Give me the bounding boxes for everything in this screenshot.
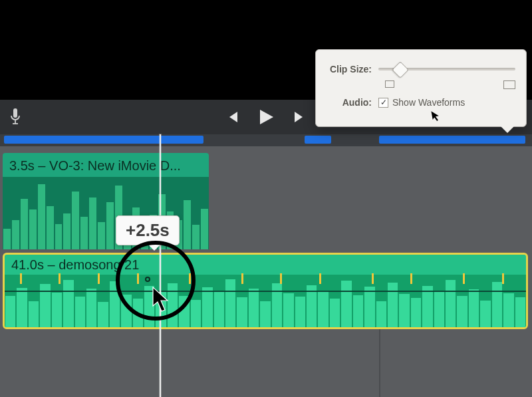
microphone-icon[interactable] <box>9 108 21 129</box>
cursor-icon <box>152 286 170 315</box>
timeline-settings-popover: Clip Size: Audio: ✓ Show Waveforms <box>315 49 527 127</box>
show-waveforms-checkbox[interactable]: ✓ <box>378 98 388 108</box>
volume-line[interactable] <box>5 291 526 292</box>
timeline[interactable]: 3.5s – VO-3: New iMovie D... 41.0s – dem… <box>0 134 532 397</box>
video-clip[interactable] <box>4 136 203 144</box>
size-large-icon <box>503 80 515 89</box>
drag-offset-tooltip: +2.5s <box>116 215 180 245</box>
tooltip-value: +2.5s <box>126 220 170 240</box>
show-waveforms-label: Show Waveforms <box>392 97 465 108</box>
svg-rect-0 <box>13 108 17 118</box>
audio-clip-music[interactable]: 41.0s – demosong 21 <box>3 253 528 329</box>
size-small-icon <box>385 80 394 88</box>
clip-size-label: Clip Size: <box>327 64 378 74</box>
video-clip[interactable] <box>305 136 331 144</box>
skip-back-icon[interactable] <box>224 110 239 124</box>
slider-thumb[interactable] <box>392 61 408 78</box>
play-icon[interactable] <box>257 108 275 126</box>
skip-forward-icon[interactable] <box>293 110 308 124</box>
volume-keyframe-dot[interactable] <box>145 277 150 282</box>
video-track[interactable] <box>0 134 532 146</box>
clip-size-range-icons <box>385 80 515 89</box>
playhead[interactable] <box>160 134 161 397</box>
cursor-icon <box>430 109 442 124</box>
audio-label: Audio: <box>327 97 378 108</box>
clip-label: 41.0s – demosong 21 <box>5 255 526 275</box>
beat-markers <box>5 273 526 288</box>
clip-label: 3.5s – VO-3: New iMovie D... <box>3 153 209 176</box>
clip-size-slider[interactable] <box>378 62 515 76</box>
video-clip[interactable] <box>379 136 525 144</box>
